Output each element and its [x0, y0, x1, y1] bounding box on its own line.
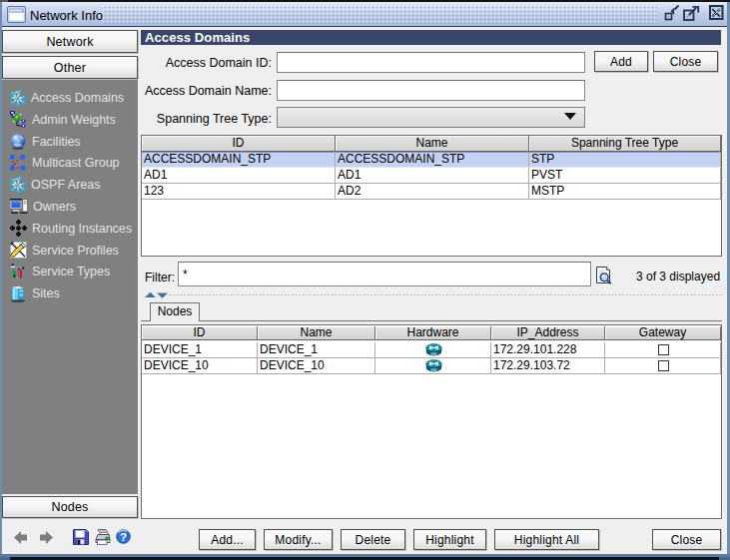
svg-text:?: ? [120, 531, 127, 543]
